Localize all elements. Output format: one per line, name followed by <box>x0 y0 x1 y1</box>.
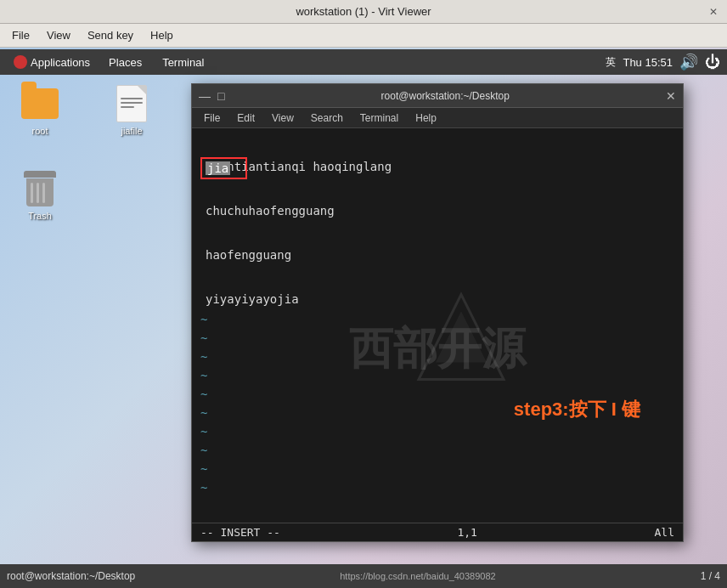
terminal-statusbar: -- INSERT -- 1,1 All <box>192 523 683 541</box>
tilde-1: ~ <box>200 310 674 329</box>
vim-input-box: jia <box>200 157 247 179</box>
bottom-page: 1 / 4 <box>701 570 720 582</box>
step-text: step3:按下 I 键 <box>514 399 640 420</box>
term-menu-help[interactable]: Help <box>407 110 445 126</box>
jiafile-icon-label: jiafile <box>121 126 142 136</box>
vim-line-3: chuchuhaofengguang <box>200 201 674 220</box>
vim-scroll: All <box>655 526 674 539</box>
menu-bar: File View Send key Help <box>0 24 727 48</box>
terminal-content: jia jiantiantianqi haoqinglang chuchuhao… <box>192 128 683 523</box>
terminal-titlebar: — □ root@workstation:~/Desktop ✕ <box>192 84 683 108</box>
bottom-url: https://blog.csdn.net/baidu_40389082 <box>340 571 495 581</box>
close-button[interactable]: ✕ <box>707 5 720 19</box>
vim-line-5: haofengguang <box>200 246 674 264</box>
term-close-button[interactable]: ✕ <box>666 90 676 102</box>
terminal-window: — □ root@workstation:~/Desktop ✕ File Ed… <box>191 83 684 542</box>
term-menu-terminal[interactable]: Terminal <box>352 110 407 126</box>
term-minimize-button[interactable]: — <box>199 90 211 102</box>
file-icon <box>111 83 152 124</box>
tilde-10: ~ <box>200 478 674 497</box>
vim-line-4 <box>200 223 674 242</box>
tilde-9: ~ <box>200 460 674 478</box>
tilde-7: ~ <box>200 422 674 441</box>
title-bar: workstation (1) - Virt Viewer ✕ <box>0 0 727 24</box>
menu-sendkey[interactable]: Send key <box>79 27 142 43</box>
terminal-title: root@workstation:~/Desktop <box>224 90 666 102</box>
desktop: Applications Places Terminal 英 Thu 15:51… <box>0 49 727 563</box>
terminal-menubar: File Edit View Search Terminal Help <box>192 108 683 128</box>
folder-icon <box>20 83 60 124</box>
trash-icon-label: Trash <box>28 211 52 221</box>
tilde-8: ~ <box>200 441 674 460</box>
power-icon[interactable]: ⏻ <box>705 54 720 71</box>
vim-line-6 <box>200 268 674 286</box>
vim-line-1: jiantiantianqi haoqinglang <box>200 157 674 176</box>
menu-file[interactable]: File <box>3 27 38 43</box>
desktop-icon-jiafile[interactable]: jiafile <box>102 83 161 136</box>
tilde-2: ~ <box>200 329 674 348</box>
term-menu-search[interactable]: Search <box>302 110 352 126</box>
root-icon-label: root <box>32 126 48 136</box>
step-annotation: step3:按下 I 键 <box>514 397 640 422</box>
vim-position: 1,1 <box>457 526 476 539</box>
applications-label: Applications <box>31 56 90 69</box>
vim-area[interactable]: jia jiantiantianqi haoqinglang chuchuhao… <box>200 157 674 523</box>
clock: Thu 15:51 <box>623 56 673 69</box>
tilde-4: ~ <box>200 366 674 385</box>
desktop-icon-trash[interactable]: Trash <box>10 168 70 221</box>
applications-button[interactable]: Applications <box>7 54 97 71</box>
vim-line-7: yiyayiyayojia <box>200 290 674 308</box>
vim-cursor: jia <box>206 161 230 175</box>
term-maximize-button[interactable]: □ <box>217 90 224 102</box>
term-menu-view[interactable]: View <box>263 110 302 126</box>
bottom-bar: root@workstation:~/Desktop https://blog.… <box>0 564 727 588</box>
lang-badge: 英 <box>606 55 616 70</box>
menu-view[interactable]: View <box>38 27 79 43</box>
file-lines <box>121 98 143 110</box>
bottom-workspace: root@workstation:~/Desktop <box>7 570 135 582</box>
volume-icon: 🔊 <box>679 53 698 71</box>
vim-mode: -- INSERT -- <box>200 526 280 539</box>
term-menu-edit[interactable]: Edit <box>228 110 263 126</box>
terminal-button[interactable]: Terminal <box>154 54 212 71</box>
tilde-3: ~ <box>200 348 674 366</box>
top-panel: Applications Places Terminal 英 Thu 15:51… <box>0 49 727 75</box>
places-button[interactable]: Places <box>100 54 150 71</box>
trash-icon <box>20 168 60 209</box>
window-title: workstation (1) - Virt Viewer <box>296 5 431 18</box>
vim-content: jiantiantianqi haoqinglang chuchuhaofeng… <box>200 157 674 308</box>
app-icon <box>14 55 27 69</box>
panel-time: 英 Thu 15:51 🔊 ⏻ <box>606 53 720 71</box>
desktop-icon-root[interactable]: root <box>10 83 70 136</box>
menu-help[interactable]: Help <box>142 27 182 43</box>
term-menu-file[interactable]: File <box>195 110 228 126</box>
term-window-buttons: — □ <box>199 90 224 102</box>
vim-line-2 <box>200 179 674 198</box>
